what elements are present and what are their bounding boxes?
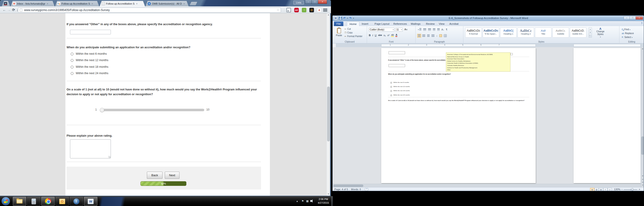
bold-button[interactable]: B <box>369 34 371 37</box>
align-right-button[interactable] <box>427 35 430 37</box>
save-icon[interactable] <box>339 17 342 20</box>
subscript-button[interactable]: x₂ <box>384 34 386 37</box>
rating-slider-handle[interactable] <box>100 108 104 112</box>
select-button[interactable]: ⇱Select ▾ <box>622 36 634 40</box>
font-name-dropdown[interactable]: Calibri (Body)▾ <box>369 28 394 32</box>
word-count[interactable]: Words: 0 <box>351 188 361 191</box>
evernote-extension-icon[interactable]: ☿ <box>302 8 306 12</box>
browser-scrollbar[interactable]: ▲ ▼ <box>326 13 330 196</box>
fullscreen-view-button[interactable]: ▧ <box>594 188 599 191</box>
style-chip[interactable]: AaB Title <box>535 27 552 38</box>
gallery-more-icon[interactable]: ▿― <box>589 34 592 37</box>
network-icon[interactable]: ▩ <box>306 200 308 203</box>
scroll-down-icon[interactable]: ▼ <box>641 174 644 178</box>
decrease-indent-button[interactable] <box>433 28 436 31</box>
next-button[interactable]: Next <box>165 172 180 179</box>
taskbar-explorer-button[interactable] <box>13 197 26 206</box>
increase-indent-button[interactable] <box>437 28 440 31</box>
help-icon[interactable]: ? <box>641 22 642 25</box>
tray-chevron-icon[interactable]: ▴ <box>296 200 298 203</box>
address-bar[interactable]: www.surveygizmo.com/s3/1995405/Follow-up… <box>18 7 281 12</box>
line-spacing-button[interactable]: ↕ <box>436 35 438 37</box>
taskbar-calculator-button[interactable] <box>27 197 40 206</box>
taskbar-outlook-button[interactable]: O <box>56 197 69 206</box>
bullets-button[interactable]: • <box>418 28 422 31</box>
taskbar-clock[interactable]: 2:06 PM 4/27/2015 <box>315 197 332 205</box>
tab-surveygizmo-edit[interactable]: Sg Follow-up Accreditation S × <box>55 1 99 6</box>
tab-omb-submissions[interactable]: S OMB Submission(s) - All D × <box>146 1 189 6</box>
agency-text-input[interactable] <box>70 30 111 34</box>
vscroll-thumb[interactable] <box>641 136 644 155</box>
tab-view[interactable]: View <box>436 21 447 26</box>
tab-page-layout[interactable]: Page Layout <box>372 21 392 26</box>
show-desktop-button[interactable] <box>332 196 333 206</box>
print-layout-view-button[interactable]: ▤ <box>590 188 594 191</box>
qat-customize-icon[interactable]: ▾ <box>353 17 354 19</box>
tab-close-icon[interactable]: × <box>92 2 93 5</box>
gallery-down-icon[interactable]: ▾ <box>589 31 592 34</box>
tab-gmail-inbox[interactable]: M Inbox - livia.fortunato@gr × <box>10 1 54 6</box>
tab-close-icon[interactable]: × <box>184 2 185 5</box>
maximize-button[interactable]: □ <box>630 16 636 20</box>
radio-button-icon[interactable] <box>71 66 74 68</box>
word-horizontal-scrollbar[interactable] <box>332 184 640 187</box>
page-indicator[interactable]: Page: 4 of 5 <box>334 188 348 191</box>
spellcheck-icon[interactable] <box>365 188 368 191</box>
scroll-down-icon[interactable]: ▼ <box>326 193 330 196</box>
tab-file[interactable]: File <box>334 21 343 26</box>
word-vertical-scrollbar[interactable]: ▲ ▼ ▴ ● ▾ <box>640 47 644 187</box>
tab-review[interactable]: Review <box>424 21 437 26</box>
italic-button[interactable]: I <box>372 34 373 37</box>
action-center-flag-icon[interactable]: ⚑ <box>302 200 304 203</box>
tab-mailings[interactable]: Mailings <box>408 21 423 26</box>
zoom-slider-thumb[interactable] <box>632 188 633 191</box>
taskbar-chrome-button[interactable] <box>41 197 54 206</box>
borders-button[interactable] <box>444 34 446 37</box>
chrome-menu-icon[interactable] <box>323 8 327 12</box>
underline-button[interactable]: U <box>375 34 376 37</box>
zoom-in-icon[interactable]: + <box>639 188 640 191</box>
radio-button-icon[interactable] <box>71 59 74 62</box>
style-chip[interactable]: AaBbCc Heading 2 <box>518 27 534 38</box>
style-chip[interactable]: AaBbCc. Subtitle <box>552 27 569 38</box>
tab-insert[interactable]: Insert <box>359 21 371 26</box>
cast-extension-icon[interactable] <box>286 8 291 12</box>
undo-dropdown-icon[interactable]: ▾ <box>347 17 348 19</box>
zoom-out-icon[interactable]: − <box>621 188 623 191</box>
style-gallery-scroll[interactable]: ▴ ▾ ▿― <box>589 27 592 38</box>
tab-acrobat[interactable]: Acrobat <box>447 21 461 26</box>
gallery-up-icon[interactable]: ▴ <box>589 28 592 31</box>
tab-pinned-u[interactable]: U <box>2 1 10 6</box>
replace-button[interactable]: abReplace <box>622 32 634 36</box>
undo-icon[interactable]: ↶ <box>343 16 346 20</box>
numbering-button[interactable] <box>423 28 426 31</box>
show-marks-button[interactable]: ¶ <box>446 28 447 31</box>
superscript-button[interactable]: x² <box>388 34 390 37</box>
change-styles-button[interactable]: A Change Styles ▾ <box>594 27 607 38</box>
new-tab-button[interactable] <box>190 2 198 5</box>
reload-icon[interactable]: ⟳ <box>11 7 16 12</box>
rating-slider-track[interactable] <box>103 109 204 111</box>
multilevel-list-button[interactable] <box>428 28 431 31</box>
zoom-slider-track[interactable] <box>624 189 637 190</box>
hscroll-thumb[interactable] <box>334 185 363 187</box>
word-logo-icon[interactable]: W <box>334 16 338 20</box>
document-page-5[interactable] <box>574 48 640 183</box>
forward-icon[interactable]: → <box>6 7 12 12</box>
zoom-level-label[interactable]: 130% <box>614 188 620 191</box>
close-button[interactable]: × <box>636 16 643 20</box>
back-button[interactable]: Back <box>147 172 162 179</box>
tab-survey-active[interactable]: Follow-up Accreditation S × <box>100 1 145 6</box>
sort-button[interactable]: A↓ <box>442 28 444 31</box>
paste-button[interactable]: Paste <box>334 27 344 40</box>
back-icon[interactable]: ← <box>2 7 7 12</box>
volume-icon[interactable] <box>310 200 312 202</box>
next-page-icon[interactable]: ▾ <box>641 184 644 187</box>
start-button[interactable] <box>2 197 10 206</box>
grow-font-button[interactable]: AA <box>404 28 408 32</box>
shading-button[interactable] <box>439 34 442 37</box>
highlight-button[interactable]: ab <box>391 33 394 37</box>
maximize-button[interactable]: □ <box>312 0 318 4</box>
web-layout-view-button[interactable]: ▥ <box>599 188 603 191</box>
find-button[interactable]: Find ▾ <box>622 28 634 32</box>
